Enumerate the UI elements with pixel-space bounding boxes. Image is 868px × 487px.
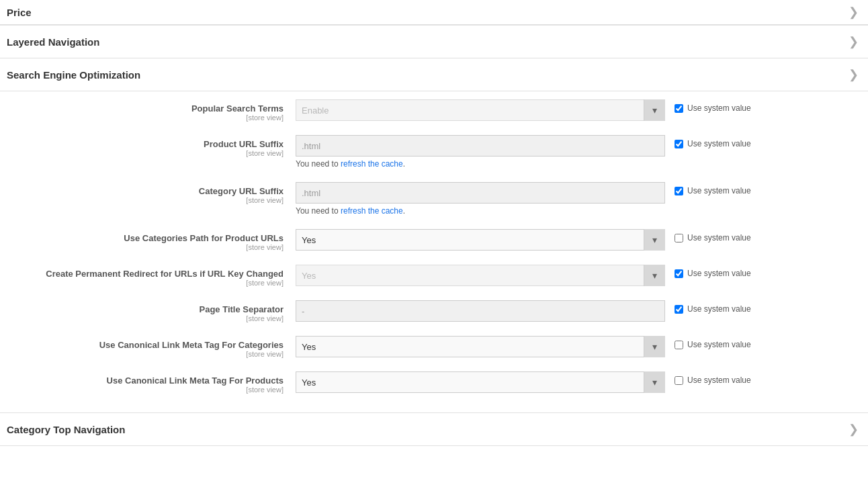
page-wrapper: Price ❯ Layered Navigation ❯ Search Engi… bbox=[0, 0, 868, 487]
canonical-categories-label: Use Canonical Link Meta Tag For Categori… bbox=[7, 336, 296, 358]
popular-search-terms-row: Popular Search Terms [store view] Enable… bbox=[0, 91, 868, 127]
product-url-suffix-row: Product URL Suffix [store view] You need… bbox=[0, 127, 868, 174]
use-categories-path-row: Use Categories Path for Product URLs [st… bbox=[0, 221, 868, 257]
canonical-categories-row: Use Canonical Link Meta Tag For Categori… bbox=[0, 328, 868, 363]
page-title-separator-control bbox=[296, 300, 665, 322]
popular-search-terms-control: Enable Disable bbox=[296, 99, 665, 121]
use-categories-path-control: Yes No bbox=[296, 229, 665, 251]
use-categories-path-select[interactable]: Yes No bbox=[296, 229, 665, 251]
use-categories-path-label: Use Categories Path for Product URLs [st… bbox=[7, 229, 296, 251]
permanent-redirect-label: Create Permanent Redirect for URLs if UR… bbox=[7, 265, 296, 287]
page-title-separator-row: Page Title Separator [store view] Use sy… bbox=[0, 292, 868, 328]
page-title-separator-system: Use system value bbox=[665, 300, 773, 314]
product-url-suffix-system: Use system value bbox=[665, 135, 773, 148]
permanent-redirect-system: Use system value bbox=[665, 265, 773, 278]
category-url-suffix-system: Use system value bbox=[665, 182, 773, 195]
price-toggle-icon: ❯ bbox=[847, 5, 860, 19]
use-categories-path-select-wrapper: Yes No bbox=[296, 229, 665, 251]
product-url-suffix-note: You need to refresh the cache. bbox=[296, 159, 665, 169]
product-url-suffix-system-label[interactable]: Use system value bbox=[687, 139, 751, 148]
canonical-products-label: Use Canonical Link Meta Tag For Products… bbox=[7, 371, 296, 394]
canonical-categories-system-checkbox[interactable] bbox=[675, 341, 683, 349]
canonical-categories-system-label[interactable]: Use system value bbox=[687, 340, 751, 349]
permanent-redirect-system-label[interactable]: Use system value bbox=[687, 269, 751, 278]
canonical-categories-select-wrapper: Yes No bbox=[296, 336, 665, 357]
popular-search-terms-label: Popular Search Terms [store view] bbox=[7, 99, 296, 122]
canonical-products-select[interactable]: Yes No bbox=[296, 371, 665, 393]
product-url-suffix-input[interactable] bbox=[296, 135, 665, 157]
canonical-products-system: Use system value bbox=[665, 371, 773, 385]
popular-search-terms-select-wrapper: Enable Disable bbox=[296, 99, 665, 121]
layered-nav-toggle-icon: ❯ bbox=[847, 35, 860, 48]
price-section-header[interactable]: Price ❯ bbox=[0, 0, 868, 25]
canonical-categories-control: Yes No bbox=[296, 336, 665, 357]
page-title-separator-system-checkbox[interactable] bbox=[675, 305, 683, 314]
category-url-suffix-system-checkbox[interactable] bbox=[675, 187, 683, 195]
canonical-products-system-checkbox[interactable] bbox=[675, 376, 683, 385]
category-url-suffix-input[interactable] bbox=[296, 182, 665, 204]
category-url-suffix-system-label[interactable]: Use system value bbox=[687, 186, 751, 195]
page-title-separator-input[interactable] bbox=[296, 300, 665, 322]
canonical-categories-system: Use system value bbox=[665, 336, 773, 349]
layered-navigation-title: Layered Navigation bbox=[7, 36, 99, 48]
category-url-suffix-note: You need to refresh the cache. bbox=[296, 206, 665, 216]
product-url-suffix-control: You need to refresh the cache. bbox=[296, 135, 665, 169]
canonical-categories-select[interactable]: Yes No bbox=[296, 336, 665, 357]
category-url-suffix-control: You need to refresh the cache. bbox=[296, 182, 665, 216]
canonical-products-control: Yes No bbox=[296, 371, 665, 393]
permanent-redirect-select-wrapper: Yes No bbox=[296, 265, 665, 286]
popular-search-terms-select[interactable]: Enable Disable bbox=[296, 99, 665, 121]
popular-search-terms-system: Use system value bbox=[665, 99, 773, 113]
popular-search-terms-system-label[interactable]: Use system value bbox=[687, 103, 751, 113]
canonical-products-system-label[interactable]: Use system value bbox=[687, 375, 751, 385]
category-url-suffix-label: Category URL Suffix [store view] bbox=[7, 182, 296, 204]
price-section-title: Price bbox=[7, 7, 32, 18]
permanent-redirect-row: Create Permanent Redirect for URLs if UR… bbox=[0, 257, 868, 292]
category-url-suffix-cache-link[interactable]: refresh the cache bbox=[341, 206, 403, 216]
product-url-suffix-label: Product URL Suffix [store view] bbox=[7, 135, 296, 157]
page-title-separator-system-label[interactable]: Use system value bbox=[687, 304, 751, 314]
seo-section-title: Search Engine Optimization bbox=[7, 69, 140, 81]
permanent-redirect-select[interactable]: Yes No bbox=[296, 265, 665, 286]
product-url-suffix-cache-link[interactable]: refresh the cache bbox=[341, 159, 403, 169]
page-title-separator-label: Page Title Separator [store view] bbox=[7, 300, 296, 322]
permanent-redirect-system-checkbox[interactable] bbox=[675, 269, 683, 278]
permanent-redirect-control: Yes No bbox=[296, 265, 665, 286]
use-categories-path-system-checkbox[interactable] bbox=[675, 234, 683, 242]
category-url-suffix-row: Category URL Suffix [store view] You nee… bbox=[0, 174, 868, 221]
layered-navigation-section-header[interactable]: Layered Navigation ❯ bbox=[0, 25, 868, 58]
seo-toggle-icon: ❯ bbox=[847, 68, 860, 81]
category-top-nav-title: Category Top Navigation bbox=[7, 424, 125, 435]
use-categories-path-system-label[interactable]: Use system value bbox=[687, 233, 751, 242]
canonical-products-select-wrapper: Yes No bbox=[296, 371, 665, 393]
product-url-suffix-system-checkbox[interactable] bbox=[675, 140, 683, 148]
canonical-products-row: Use Canonical Link Meta Tag For Products… bbox=[0, 363, 868, 399]
category-top-nav-section-header[interactable]: Category Top Navigation ❯ bbox=[0, 412, 868, 446]
seo-content: Popular Search Terms [store view] Enable… bbox=[0, 91, 868, 412]
popular-search-terms-system-checkbox[interactable] bbox=[675, 104, 683, 113]
seo-section-header[interactable]: Search Engine Optimization ❯ bbox=[0, 58, 868, 91]
use-categories-path-system: Use system value bbox=[665, 229, 773, 242]
category-top-nav-toggle-icon: ❯ bbox=[847, 423, 860, 436]
